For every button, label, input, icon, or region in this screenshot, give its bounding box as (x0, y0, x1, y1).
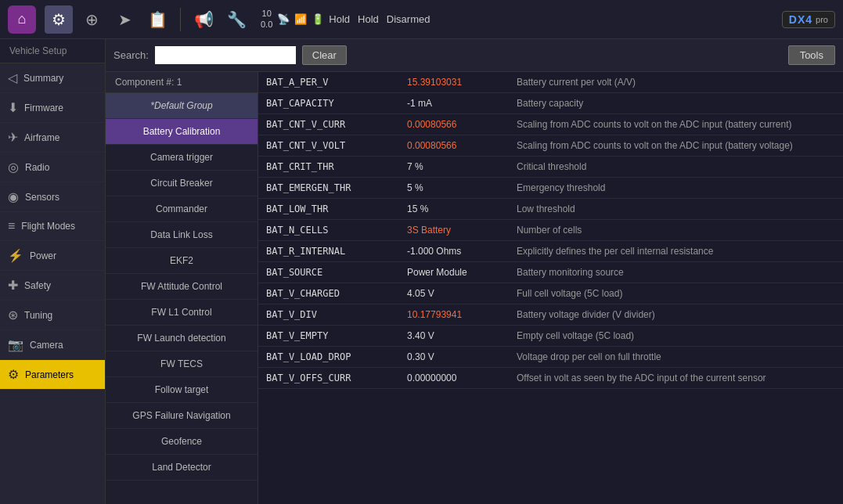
sidebar-item-power-label: Power (30, 250, 56, 261)
sensors-icon: ◉ (8, 189, 19, 204)
sidebar-item-camera[interactable]: 📷 Camera (0, 330, 105, 360)
topbar: ⌂ ⚙ ⊕ ➤ 📋 📢 🔧 100.0 📡 📶 🔋 Hold Hold Disa… (0, 0, 843, 39)
group-item-commander[interactable]: Commander (106, 196, 258, 222)
sidebar-item-safety-label: Safety (24, 280, 51, 291)
param-desc: Emergency threshold (517, 182, 835, 193)
param-value: 10.17793941 (407, 309, 509, 320)
speaker-btn[interactable]: 📢 (189, 5, 218, 34)
group-item-battery-calibration[interactable]: Battery Calibration (106, 119, 258, 145)
param-value: -1 mA (407, 98, 509, 109)
sidebar-item-summary-label: Summary (23, 73, 63, 84)
app-logo-icon[interactable]: ⌂ (8, 5, 36, 34)
sidebar-item-camera-label: Camera (30, 340, 63, 351)
group-item-follow-target[interactable]: Follow target (106, 377, 258, 403)
group-item-default[interactable]: *Default Group (106, 93, 258, 119)
group-item-land-detector[interactable]: Land Detector (106, 455, 258, 481)
param-desc: Battery current per volt (A/V) (517, 77, 835, 88)
flight-modes-icon: ≡ (8, 219, 15, 233)
param-value: 15 % (407, 203, 509, 214)
param-name: BAT_CRIT_THR (266, 161, 399, 172)
search-input[interactable] (155, 46, 296, 64)
table-row: BAT_CNT_V_CURR 0.00080566 Scaling from A… (258, 114, 843, 135)
param-desc: Number of cells (517, 225, 835, 236)
param-value: 0.00000000 (407, 373, 509, 383)
table-row: BAT_N_CELLS 3S Battery Number of cells (258, 220, 843, 241)
param-desc: Full cell voltage (5C load) (517, 288, 835, 299)
group-item-ekf2[interactable]: EKF2 (106, 248, 258, 274)
tools-button[interactable]: Tools (788, 45, 835, 65)
safety-icon: ✚ (8, 278, 18, 293)
param-name: BAT_V_DIV (266, 309, 399, 320)
param-name: BAT_LOW_THR (266, 203, 399, 214)
component-header: Component #: 1 (106, 72, 258, 93)
sidebar-item-parameters-label: Parameters (25, 369, 74, 380)
group-item-fw-launch-detection[interactable]: FW Launch detection (106, 326, 258, 351)
table-row: BAT_SOURCE Power Module Battery monitori… (258, 262, 843, 283)
param-name: BAT_EMERGEN_THR (266, 182, 399, 193)
param-value: Power Module (407, 267, 509, 278)
log-nav-btn[interactable]: 📋 (143, 5, 171, 34)
sidebar-title: Vehicle Setup (0, 39, 105, 63)
param-name: BAT_CNT_V_VOLT (266, 140, 399, 151)
param-desc: Battery voltage divider (V divider) (517, 309, 835, 320)
group-item-circuit-breaker[interactable]: Circuit Breaker (106, 171, 258, 196)
sidebar-item-summary[interactable]: ◁ Summary (0, 63, 105, 93)
table-row: BAT_LOW_THR 15 % Low threshold (258, 199, 843, 220)
clear-button[interactable]: Clear (302, 45, 347, 65)
battery-percent: Hold (329, 13, 350, 25)
sidebar-item-parameters[interactable]: ⚙ Parameters (0, 360, 105, 390)
table-row: BAT_V_EMPTY 3.40 V Empty cell voltage (5… (258, 326, 843, 347)
px4-version-badge: DX4 pro (782, 11, 835, 28)
table-row: BAT_V_CHARGED 4.05 V Full cell voltage (… (258, 283, 843, 304)
param-value: 4.05 V (407, 288, 509, 299)
sidebar-item-tuning-label: Tuning (24, 310, 52, 321)
params-header: Search: Clear Tools (106, 39, 843, 72)
sidebar-item-radio-label: Radio (25, 162, 49, 173)
param-name: BAT_V_OFFS_CURR (266, 373, 399, 383)
param-value: 5 % (407, 182, 509, 193)
params-content: Component #: 1 *Default Group Battery Ca… (106, 72, 843, 504)
group-item-fw-tecs[interactable]: FW TECS (106, 351, 258, 377)
sidebar-item-tuning[interactable]: ⊛ Tuning (0, 301, 105, 330)
sidebar-item-firmware-label: Firmware (24, 103, 63, 113)
settings-nav-btn[interactable]: ⚙ (45, 5, 73, 34)
group-item-gps-failure-navigation[interactable]: GPS Failure Navigation (106, 403, 258, 429)
groups-list: Component #: 1 *Default Group Battery Ca… (106, 72, 258, 504)
power-icon: ⚡ (8, 248, 23, 263)
group-item-camera-trigger[interactable]: Camera trigger (106, 145, 258, 171)
sidebar-item-airframe[interactable]: ✈ Airframe (0, 123, 105, 153)
param-value: -1.000 Ohms (407, 246, 509, 257)
sidebar-item-power[interactable]: ⚡ Power (0, 241, 105, 271)
group-item-data-link-loss[interactable]: Data Link Loss (106, 222, 258, 248)
sidebar-item-flight-modes[interactable]: ≡ Flight Modes (0, 212, 105, 241)
group-item-geofence[interactable]: Geofence (106, 429, 258, 455)
radio-icon: ◎ (8, 160, 19, 175)
sidebar-item-radio[interactable]: ◎ Radio (0, 153, 105, 182)
param-desc: Critical threshold (517, 161, 835, 172)
param-value: 0.00080566 (407, 140, 509, 151)
param-desc: Voltage drop per cell on full throttle (517, 351, 835, 362)
param-name: BAT_CNT_V_CURR (266, 119, 399, 130)
param-desc: Empty cell voltage (5C load) (517, 330, 835, 341)
map-nav-btn[interactable]: ⊕ (77, 5, 106, 34)
param-name: BAT_V_LOAD_DROP (266, 351, 399, 362)
summary-icon: ◁ (8, 70, 17, 85)
param-desc: Battery capacity (517, 98, 835, 109)
group-item-fw-l1-control[interactable]: FW L1 Control (106, 300, 258, 326)
tools-nav-btn[interactable]: 🔧 (222, 5, 250, 34)
group-item-fw-attitude-control[interactable]: FW Attitude Control (106, 274, 258, 300)
sidebar-item-firmware[interactable]: ⬇ Firmware (0, 93, 105, 123)
param-value: 7 % (407, 161, 509, 172)
px4-pro-text: pro (816, 15, 828, 24)
firmware-icon: ⬇ (8, 100, 18, 115)
param-value: 15.39103031 (407, 77, 509, 88)
sidebar-item-safety[interactable]: ✚ Safety (0, 271, 105, 301)
table-row: BAT_V_DIV 10.17793941 Battery voltage di… (258, 304, 843, 326)
param-name: BAT_V_CHARGED (266, 288, 399, 299)
sidebar-item-sensors[interactable]: ◉ Sensors (0, 182, 105, 212)
param-name: BAT_N_CELLS (266, 225, 399, 236)
camera-icon: 📷 (8, 337, 23, 352)
param-desc: Low threshold (517, 203, 835, 214)
sidebar-item-sensors-label: Sensors (25, 192, 59, 203)
send-nav-btn[interactable]: ➤ (110, 5, 139, 34)
